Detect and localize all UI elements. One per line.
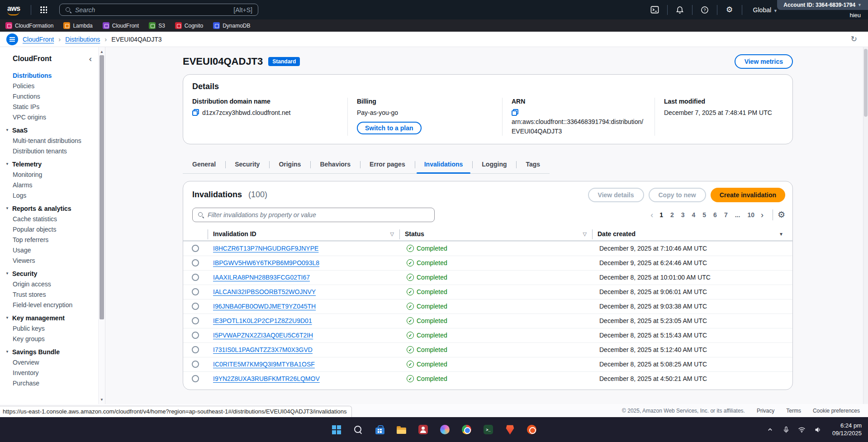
invalidation-id-link[interactable]: I5PVWAPZNX2ZI3AQ0EU5C6T2IH — [213, 332, 313, 339]
microsoft-store-icon[interactable] — [371, 421, 389, 439]
sidebar-section-security[interactable]: ▼Security — [0, 268, 98, 279]
people-app-icon[interactable] — [414, 421, 432, 439]
scroll-up-icon[interactable]: ▲ — [99, 48, 105, 55]
copy-icon[interactable] — [192, 109, 199, 116]
pagination-page-10[interactable]: 10 — [744, 211, 758, 219]
aws-logo[interactable]: aws — [7, 5, 24, 15]
tab-logging[interactable]: Logging — [472, 157, 516, 173]
row-radio[interactable] — [192, 375, 199, 382]
invalidation-id-link[interactable]: I731IS0L1PAGNTZZ3X7M0X3GVD — [213, 346, 313, 353]
bookmark-dynamodb[interactable]: DynamoDB — [213, 22, 250, 29]
sidebar-item-public-keys[interactable]: Public keys — [0, 323, 98, 333]
invalidations-filter-input[interactable] — [192, 208, 435, 222]
refresh-icon[interactable]: ↻ — [851, 34, 857, 44]
sidebar-item-key-groups[interactable]: Key groups — [0, 333, 98, 344]
column-invalidation-id[interactable]: Invalidation ID▽ — [208, 228, 399, 241]
sidebar-item-functions[interactable]: Functions — [0, 91, 98, 101]
sidebar-scrollbar[interactable]: ▲ ▼ — [98, 47, 105, 404]
pagination-page-4[interactable]: 4 — [688, 211, 699, 219]
sidebar-item-trust-stores[interactable]: Trust stores — [0, 289, 98, 299]
row-radio[interactable] — [192, 303, 199, 310]
sidebar-item-inventory[interactable]: Inventory — [0, 367, 98, 378]
tab-tags[interactable]: Tags — [516, 157, 550, 173]
invalidation-id-link[interactable]: IE3POTL1K0L2P2CP1Z8Z2U9D01 — [213, 317, 312, 324]
invalidation-id-link[interactable]: I8HCZR6T13P7NHGUDRGF9JNYPE — [213, 245, 318, 252]
sidebar-item-origin-access[interactable]: Origin access — [0, 279, 98, 289]
sidebar-item-vpc-origins[interactable]: VPC origins — [0, 112, 98, 122]
pagination-page-5[interactable]: 5 — [699, 211, 710, 219]
bookmark-s3[interactable]: S3 — [149, 22, 165, 29]
sidebar-item-static-ips[interactable]: Static IPs — [0, 101, 98, 112]
view-details-button[interactable]: View details — [588, 188, 644, 202]
sidebar-item-multi-tenant-distributions[interactable]: Multi-tenant distributions — [0, 135, 98, 146]
sidebar-section-telemetry[interactable]: ▼Telemetry — [0, 159, 98, 169]
bookmark-cloudformation[interactable]: CloudFormation — [5, 22, 53, 29]
row-radio[interactable] — [192, 245, 199, 252]
hamburger-menu-icon[interactable] — [6, 33, 18, 45]
pagination-page-1[interactable]: 1 — [656, 211, 667, 219]
pagination-next-icon[interactable]: › — [758, 211, 766, 219]
invalidation-id-link[interactable]: I96JNBA0FB0OWDJMET9YZ045TH — [213, 303, 316, 310]
sidebar-scrollbar-thumb[interactable] — [100, 55, 104, 319]
invalidation-id-link[interactable]: IALCANI32IPBSOORBT52WOJNVY — [213, 288, 316, 295]
bookmark-lambda[interactable]: Lambda — [63, 22, 92, 29]
view-metrics-button[interactable]: View metrics — [735, 54, 793, 69]
invalidation-id-link[interactable]: IBPGWV5HW6Y6TKPB6M9PO093L8 — [213, 259, 319, 266]
notifications-bell-icon[interactable] — [674, 4, 686, 16]
pagination-page-3[interactable]: 3 — [678, 211, 688, 219]
console-search-input[interactable]: Search [Alt+S] — [59, 4, 258, 16]
sidebar-item-alarms[interactable]: Alarms — [0, 180, 98, 190]
wifi-icon[interactable] — [797, 425, 807, 435]
sidebar-item-distributions[interactable]: Distributions — [0, 70, 98, 81]
region-selector[interactable]: Global▼ — [753, 6, 778, 14]
file-explorer-icon[interactable] — [393, 421, 411, 439]
sidebar-item-cache-statistics[interactable]: Cache statistics — [0, 214, 98, 224]
help-icon[interactable]: ? — [699, 4, 711, 16]
create-invalidation-button[interactable]: Create invalidation — [711, 188, 785, 202]
brave-icon[interactable] — [501, 421, 519, 439]
tab-general[interactable]: General — [183, 157, 225, 173]
copilot-icon[interactable] — [436, 421, 454, 439]
copy-to-new-button[interactable]: Copy to new — [649, 188, 706, 202]
sidebar-item-usage[interactable]: Usage — [0, 245, 98, 255]
terms-link[interactable]: Terms — [786, 408, 801, 414]
ubuntu-icon[interactable] — [523, 421, 541, 439]
tab-origins[interactable]: Origins — [269, 157, 310, 173]
filter-icon[interactable]: ▽ — [583, 231, 587, 237]
windows-start-icon[interactable] — [327, 421, 346, 439]
sidebar-item-purchase[interactable]: Purchase — [0, 378, 98, 388]
sidebar-section-reports-analytics[interactable]: ▼Reports & analytics — [0, 203, 98, 214]
copy-icon[interactable] — [512, 109, 518, 116]
bookmark-cloudfront[interactable]: CloudFront — [103, 22, 139, 29]
column-status[interactable]: Status▽ — [399, 228, 592, 241]
bookmark-cognito[interactable]: Cognito — [175, 22, 203, 29]
sidebar-item-overview[interactable]: Overview — [0, 357, 98, 367]
row-radio[interactable] — [192, 274, 199, 281]
row-radio[interactable] — [192, 361, 199, 368]
page-scrollbar[interactable] — [863, 47, 868, 404]
sidebar-item-distribution-tenants[interactable]: Distribution tenants — [0, 146, 98, 156]
filter-text-field[interactable] — [208, 211, 429, 219]
pagination-page-7[interactable]: 7 — [721, 211, 731, 219]
invalidation-id-link[interactable]: IAAXILRA8PNH28B93FCG02TI67 — [213, 274, 310, 281]
table-preferences-gear-icon[interactable]: ⚙ — [778, 209, 785, 220]
cloudshell-icon[interactable] — [649, 4, 661, 16]
pagination-prev-icon[interactable]: ‹ — [648, 211, 656, 219]
taskbar-search-icon[interactable] — [349, 421, 367, 439]
sidebar-section-saas[interactable]: ▼SaaS — [0, 125, 98, 135]
row-radio[interactable] — [192, 259, 199, 266]
tab-behaviors[interactable]: Behaviors — [310, 157, 360, 173]
breadcrumb-distributions[interactable]: Distributions — [65, 36, 100, 43]
invalidation-id-link[interactable]: IC0RITE5M7KM9Q3I9MTYBA1OSF — [213, 361, 315, 368]
sidebar-item-monitoring[interactable]: Monitoring — [0, 169, 98, 180]
scroll-down-icon[interactable]: ▼ — [99, 396, 105, 403]
row-radio[interactable] — [192, 346, 199, 353]
microphone-icon[interactable] — [781, 425, 791, 435]
filter-icon[interactable]: ▽ — [390, 231, 394, 237]
sort-descending-icon[interactable]: ▼ — [779, 232, 783, 237]
sidebar-collapse-icon[interactable]: ‹ — [89, 54, 92, 63]
settings-gear-icon[interactable]: ⚙ — [724, 4, 735, 16]
chrome-icon[interactable] — [458, 421, 476, 439]
row-radio[interactable] — [192, 317, 199, 324]
tab-error-pages[interactable]: Error pages — [360, 157, 415, 173]
